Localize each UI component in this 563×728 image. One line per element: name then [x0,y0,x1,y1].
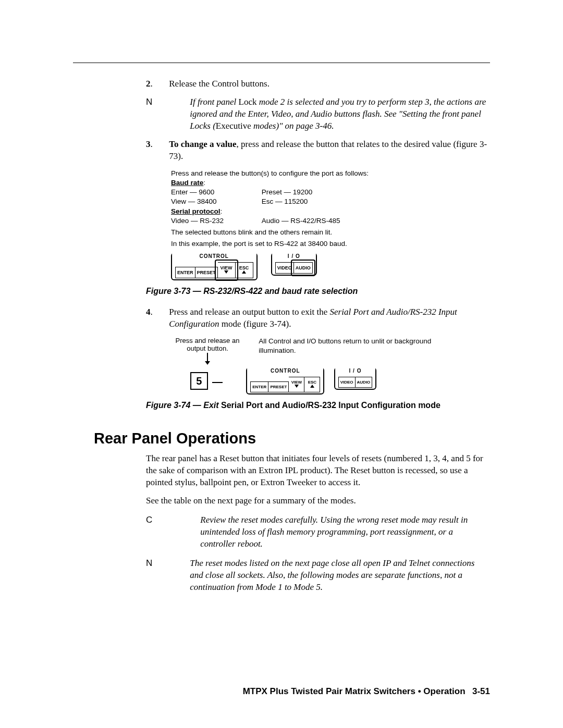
baud-rate-label: Baud rate: [171,178,490,188]
note-lock-mode: N If front panel Lock mode 2 is selected… [146,96,490,132]
caution-prefix: C [146,514,198,526]
step-4: 4. Press and release an output button to… [146,306,490,330]
caution-block: C Review the reset modes carefully. Usin… [146,514,490,550]
esc-button: ESC [236,262,253,278]
press-release-label: Press and release an output button. [171,337,244,366]
step-text: Release the Control buttons. [169,78,487,90]
baud-preset: Preset — 19200 [262,188,313,197]
preset-button: PRESET [268,381,289,392]
note-reset-modes: N The reset modes listed on the next pag… [146,558,490,594]
enter-button: ENTER [175,267,195,278]
esc-button: ESC [304,377,320,392]
io-panel: I / O VIDEOAUDIO [271,253,317,276]
view-button: VIEW [218,262,236,278]
step-text: To change a value, press and release the… [169,139,487,163]
panels-fig73: CONTROL ENTERPRESETVIEWESC I / O VIDEOAU… [171,253,490,280]
main-content: 2. Release the Control buttons. N If fro… [146,78,490,594]
page: 2. Release the Control buttons. N If fro… [0,0,563,728]
caution-text: Review the reset modes carefully. Using … [200,514,482,550]
step-number: 2. [146,78,167,90]
step-number: 4. [146,306,167,318]
preset-button: PRESET [195,267,218,278]
control-panel: CONTROL ENTERPRESETVIEWESC [171,253,258,280]
audio-button: AUDIO [294,262,313,274]
step-2: 2. Release the Control buttons. [146,78,490,90]
fig73-sel: The selected buttons blink and the other… [171,228,490,237]
fig74-row: Press and release an output button. All … [171,337,490,366]
video-button: VIDEO [338,377,356,388]
fig73-intro: Press and release the button(s) to confi… [171,169,490,178]
note-body: If front panel Lock mode 2 is selected a… [190,96,487,132]
footer-title: MTPX Plus Twisted Pair Matrix Switchers … [243,686,466,696]
io-label: I / O [286,253,302,259]
io-panel-small: I / O VIDEOAUDIO [334,367,377,390]
note-body: The reset modes listed on the next page … [190,558,487,594]
up-arrow-icon [242,270,246,274]
audio-button: AUDIO [356,377,373,388]
fig74-panels: 5 CONTROL ENTERPRESETVIEWESC I / O VIDEO… [171,367,490,394]
sp-audio: Audio — RS-422/RS-485 [262,216,340,226]
output-button-5: 5 [190,372,208,390]
fig74-note: All Control and I/O buttons return to un… [259,337,457,355]
sp-video: Video — RS-232 [171,216,260,226]
baud-view: View — 38400 [171,197,260,206]
down-arrow-icon [207,353,208,364]
control-panel-small: CONTROL ENTERPRESETVIEWESC [246,367,324,394]
step-text: Press and release an output button to ex… [169,306,487,330]
rear-panel-heading: Rear Panel Operations [94,428,490,449]
view-button: VIEW [289,377,304,392]
serial-protocol-label: Serial protocol: [171,207,490,216]
step-3: 3. To change a value, press and release … [146,139,490,163]
rear-panel-p2: See the table on the next page for a sum… [146,495,490,507]
down-arrow-icon [224,270,228,274]
connector-line [212,382,223,383]
rear-panel-p1: The rear panel has a Reset button that i… [146,453,490,489]
enter-button: ENTER [250,381,268,392]
baud-esc: Esc — 115200 [262,197,308,206]
note-prefix: N [146,558,177,570]
figure-73-caption: Figure 3-73 — RS-232/RS-422 and baud rat… [146,286,490,297]
page-footer: MTPX Plus Twisted Pair Matrix Switchers … [0,686,490,697]
control-label: CONTROL [198,253,231,259]
fig73-example: In this example, the port is set to RS-4… [171,239,490,249]
baud-enter: Enter — 9600 [171,188,260,197]
step-number: 3. [146,139,167,151]
figure-74-caption: Figure 3-74 — Exit Serial Port and Audio… [146,400,490,411]
fig73-data: Press and release the button(s) to confi… [171,169,490,249]
horizontal-rule [73,63,490,63]
footer-page: 3-51 [472,686,490,696]
video-button: VIDEO [275,262,294,274]
note-prefix: N [146,96,177,108]
